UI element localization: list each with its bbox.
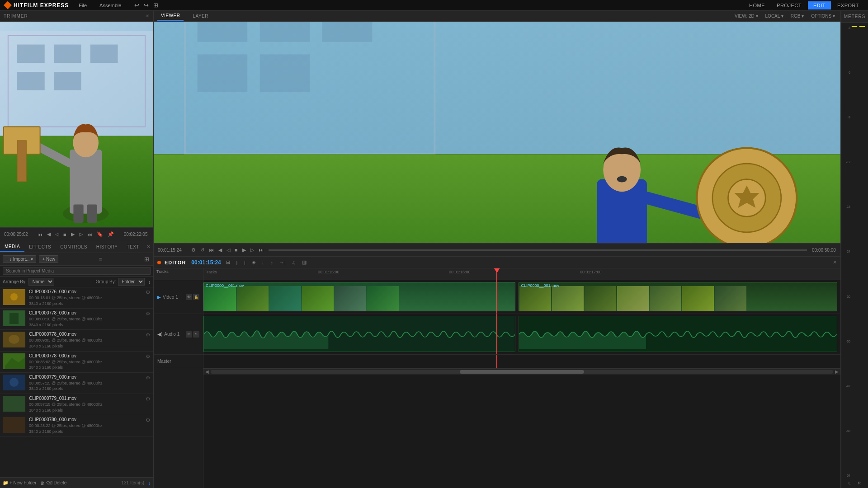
playhead[interactable] [496,268,497,280]
list-item[interactable]: CLIP0000778_000.mov 00:00:35:03 @ 25fps,… [0,352,153,373]
nav-edit[interactable]: EDIT [808,1,831,9]
tab-media[interactable]: MEDIA [0,242,24,252]
viewer-loop-btn[interactable]: ↺ [199,246,206,254]
playhead-master [496,355,497,368]
editor-audio-btn[interactable]: ♫ [291,259,297,266]
editor-mark-out-btn[interactable]: ] [243,259,247,266]
scroll-right-btn[interactable]: ▶ [835,369,839,374]
video-clip-1[interactable]: CLIP0000__061.mov [203,282,515,311]
trimmer-close-btn[interactable]: ✕ [146,14,150,19]
video-clip-2[interactable]: CLIP0000__001.mov [519,282,837,311]
tab-controls[interactable]: CONTROLS [56,243,92,251]
viewer-step-fwd-btn[interactable]: ▷ [249,246,255,254]
media-settings-btn[interactable]: ⚙ [146,396,151,402]
list-item[interactable]: CLIP0000779_000.mov 00:00:57:15 @ 25fps,… [0,373,153,394]
editor-insert-btn[interactable]: ↓ [260,259,266,266]
nav-export[interactable]: EXPORT [832,1,864,9]
view-mode-btn[interactable]: VIEW: 2D ▾ [733,13,760,19]
tab-history[interactable]: HISTORY [92,243,123,251]
svg-rect-5 [90,45,118,63]
trimmer-play[interactable]: ▶ [70,230,76,238]
scroll-left-btn[interactable]: ◀ [205,369,209,374]
svg-rect-26 [3,417,25,433]
audio-solo-btn[interactable]: S [193,331,199,338]
editor-close-btn[interactable]: ✕ [833,259,837,265]
list-item[interactable]: CLIP0000776_000.mov 00:00:13:01 @ 25fps,… [0,287,153,309]
media-settings-btn[interactable]: ⚙ [146,353,151,360]
trimmer-skip-start[interactable]: ⏮ [36,231,44,238]
media-settings-btn[interactable]: ⚙ [146,417,151,423]
viewer-play-back-btn[interactable]: ◁ [225,246,231,254]
list-item[interactable]: CLIP0000778_000.mov 00:00:09:03 @ 25fps,… [0,330,153,351]
list-view-btn[interactable]: ≡ [98,255,104,263]
media-settings-btn[interactable]: ⚙ [146,375,151,381]
menu-file[interactable]: File [76,2,90,9]
trimmer-step-back[interactable]: ◀ [46,230,52,238]
meter-right-peak [859,26,865,27]
svg-point-17 [10,293,18,300]
trimmer-play-back[interactable]: ◁ [54,230,60,238]
editor-append-btn[interactable]: →| [278,259,287,266]
playhead-marker [494,268,500,273]
nav-project[interactable]: PROJECT [771,1,807,9]
editor-mark-in-btn[interactable]: [ [235,259,239,266]
media-settings-btn[interactable]: ⚙ [146,310,151,317]
options-btn[interactable]: OPTIONS ▾ [809,13,837,19]
audio-clip-2[interactable] [519,316,837,352]
editor-overwrite-btn[interactable]: ↕ [269,259,274,266]
rgb-btn[interactable]: RGB ▾ [789,13,806,19]
list-item[interactable]: CLIP0000780_000.mov 00:00:28:22 @ 25fps,… [0,415,153,436]
editor-link-btn[interactable]: ⊞ [225,258,231,266]
track-lock-btn[interactable]: 🔒 [193,294,199,300]
tab-text[interactable]: TEXT [122,243,144,251]
audio-clip-1[interactable] [203,316,515,352]
editor-video-btn[interactable]: ▥ [301,258,308,266]
search-input[interactable] [3,267,151,275]
import-btn[interactable]: ↓ ↓ Import... ▾ [3,255,36,263]
viewer-play-btn[interactable]: ▶ [241,246,247,254]
viewer-tab[interactable]: VIEWER [157,11,184,21]
media-settings-btn[interactable]: ⚙ [146,289,151,296]
trimmer-video-frame [0,22,153,227]
new-folder-btn[interactable]: 📁 + New Folder [3,480,37,485]
trimmer-stop[interactable]: ■ [62,231,68,238]
redo-btn[interactable]: ↪ [142,1,150,9]
viewer-stop-btn[interactable]: ■ [233,246,239,253]
local-btn[interactable]: LOCAL ▾ [764,13,785,19]
list-item[interactable]: CLIP0000778_000.mov 00:00:00:10 @ 25fps,… [0,309,153,330]
trimmer-mark-in[interactable]: 🔖 [95,230,104,238]
tab-effects[interactable]: EFFECTS [24,243,56,251]
editor-ripple-btn[interactable]: ◈ [250,258,257,266]
viewer-settings-btn[interactable]: ⚙ [190,246,197,254]
trimmer-skip-end[interactable]: ⏭ [86,231,94,238]
viewer-scrubber[interactable] [269,249,807,251]
scale-minus42: -42 [843,385,850,388]
trimmer-mark-out[interactable]: 📌 [106,230,115,238]
viewer-skip-end-btn[interactable]: ⏭ [257,246,265,253]
viewer-trim-start-btn[interactable]: ⏮ [208,246,215,253]
scroll-track[interactable] [211,370,833,374]
viewer-end-time-display: 00:00:50:00 [811,247,838,253]
audio-mute-btn[interactable]: M [186,331,192,338]
scroll-thumb[interactable] [460,370,584,374]
scroll-to-current-btn[interactable]: ↓ [148,480,151,486]
sort-btn[interactable]: ↕ [148,279,151,285]
panel-menu-btn[interactable]: ✕ [146,244,153,250]
track-visible-btn[interactable]: 👁 [186,294,192,300]
undo-btn[interactable]: ↩ [133,1,141,9]
group-select[interactable]: Folder [118,278,145,286]
viewer-step-back-btn[interactable]: ◀ [217,246,223,254]
grid-btn[interactable]: ⊞ [152,1,160,9]
delete-btn[interactable]: 🗑 ⌫ Delete [40,480,67,485]
media-settings-btn[interactable]: ⚙ [146,332,151,338]
nav-home[interactable]: HOME [744,1,770,9]
arrange-select[interactable]: Name [28,278,54,286]
menu-assemble[interactable]: Assemble [97,2,124,9]
new-btn[interactable]: + New [39,255,58,263]
layer-tab[interactable]: LAYER [189,12,212,20]
media-thumb [3,417,25,433]
grid-view-btn[interactable]: ⊞ [143,255,151,263]
media-info: CLIP0000779_001.mov 00:00:57:15 @ 25fps,… [29,396,142,413]
trimmer-step-fwd[interactable]: ▷ [78,230,84,238]
list-item[interactable]: CLIP0000779_001.mov 00:00:57:15 @ 25fps,… [0,394,153,415]
